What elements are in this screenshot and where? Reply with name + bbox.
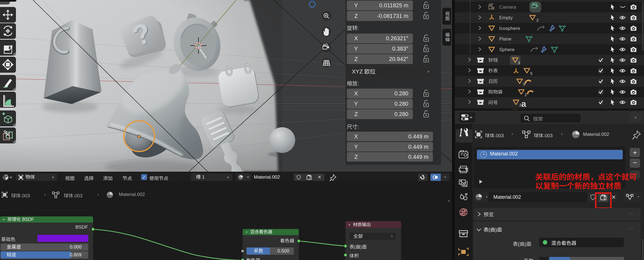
svg-text:日历: 日历 (488, 79, 498, 84)
svg-text:2: 2 (536, 18, 539, 22)
svg-text:3: 3 (518, 61, 520, 65)
svg-text:5: 5 (530, 71, 532, 76)
svg-text:Plane: Plane (499, 36, 511, 42)
svg-text:Icosphere: Icosphere (499, 26, 520, 31)
svg-text:Sphere: Sphere (499, 47, 515, 52)
svg-text:2: 2 (525, 93, 527, 97)
svg-text:购物袋: 购物袋 (488, 89, 503, 95)
svg-text:铃铛: 铃铛 (488, 58, 498, 63)
svg-text:Camera: Camera (499, 4, 516, 10)
svg-text:Empty: Empty (499, 15, 513, 20)
svg-text:问号: 问号 (488, 100, 498, 105)
svg-text:秒表: 秒表 (488, 68, 498, 74)
svg-text:a: a (521, 99, 526, 109)
